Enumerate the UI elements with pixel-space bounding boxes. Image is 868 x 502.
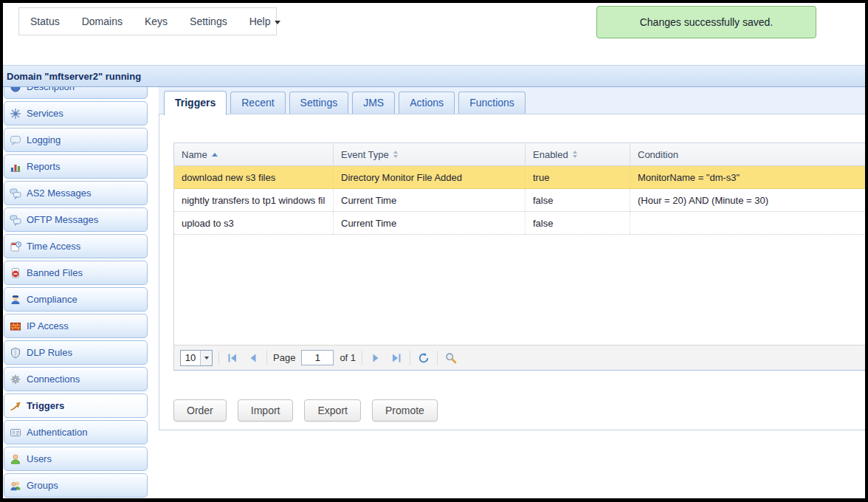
sort-asc-icon [212, 153, 218, 157]
tab-label: Settings [300, 97, 338, 109]
authentication-icon [10, 427, 21, 439]
sidebar-item-time-access[interactable]: Time Access [4, 234, 148, 258]
success-toast: Changes successfully saved. [596, 6, 816, 38]
tab-label: Triggers [175, 97, 216, 109]
tab-jms[interactable]: JMS [352, 92, 395, 114]
column-header-event-type[interactable]: Event Type [334, 143, 526, 165]
app-window: Status Domains Keys Settings Help Change… [3, 3, 865, 498]
promote-button[interactable]: Promote [372, 399, 438, 422]
tab-bar: Triggers Recent Settings JMS Actions Fun… [159, 87, 865, 114]
sidebar-item-triggers[interactable]: Triggers [4, 393, 148, 418]
order-button[interactable]: Order [173, 399, 227, 422]
groups-icon [10, 480, 21, 492]
divider [266, 351, 267, 365]
cell-name: download new s3 files [174, 166, 334, 188]
sort-both-icon [393, 151, 398, 158]
sidebar-item-groups[interactable]: Groups [4, 473, 148, 498]
sidebar-item-label: Banned Files [27, 267, 83, 278]
nav-status-label: Status [30, 16, 60, 27]
sidebar-item-users[interactable]: Users [4, 447, 148, 471]
nav-domains-label: Domains [82, 16, 123, 27]
sidebar-item-label: Services [27, 108, 63, 119]
nav-help-label: Help [249, 16, 271, 27]
column-label: Condition [638, 149, 678, 160]
cell-event-type: Directory Monitor File Added [334, 166, 526, 188]
sidebar-item-label: Description [27, 87, 75, 92]
sidebar-item-oftp-messages[interactable]: OFTP Messages [4, 207, 148, 232]
table-row[interactable]: upload to s3 Current Time false [174, 212, 865, 235]
table-empty-area [174, 235, 865, 345]
nav-settings-label: Settings [190, 16, 227, 27]
pagination-toolbar: 10 Page of 1 [174, 345, 865, 370]
triggers-table: Name Event Type Enabled Condition downlo… [173, 142, 865, 371]
first-page-button[interactable] [225, 351, 240, 365]
sidebar-item-label: AS2 Messages [27, 188, 91, 199]
sidebar-item-services[interactable]: Services [4, 101, 148, 126]
page-number-input[interactable] [301, 350, 334, 365]
as2-messages-icon [10, 188, 21, 199]
nav-settings[interactable]: Settings [179, 16, 238, 27]
previous-page-button[interactable] [246, 351, 261, 365]
cell-condition [630, 212, 865, 234]
logging-icon [10, 134, 21, 146]
sidebar-item-label: Users [27, 453, 52, 464]
tab-label: JMS [363, 97, 384, 109]
last-page-button[interactable] [389, 351, 404, 365]
divider [218, 351, 219, 365]
sidebar-item-label: DLP Rules [27, 347, 72, 358]
sidebar-item-connections[interactable]: Connections [4, 367, 148, 391]
column-header-name[interactable]: Name [174, 143, 334, 165]
sidebar-item-label: Reports [27, 161, 61, 172]
sidebar-item-logging[interactable]: Logging [4, 128, 148, 152]
page-size-select[interactable]: 10 [180, 350, 213, 366]
oftp-messages-icon [10, 214, 21, 226]
top-nav: Status Domains Keys Settings Help [18, 7, 277, 35]
table-header: Name Event Type Enabled Condition [174, 143, 865, 166]
page-label: Page [273, 352, 295, 363]
sidebar-item-dlp-rules[interactable]: DLP Rules [4, 340, 148, 365]
nav-domains[interactable]: Domains [71, 16, 134, 27]
refresh-button[interactable] [416, 351, 431, 365]
sidebar-item-description[interactable]: Description [4, 87, 148, 99]
tab-triggers[interactable]: Triggers [164, 91, 227, 115]
column-header-enabled[interactable]: Enabled [526, 143, 630, 165]
banned-files-icon [10, 267, 21, 279]
sort-both-icon [573, 151, 577, 158]
sidebar-item-label: OFTP Messages [27, 214, 98, 225]
nav-status[interactable]: Status [19, 16, 71, 27]
nav-keys-label: Keys [145, 16, 168, 27]
domain-status-bar: Domain "mftserver2" running [3, 65, 865, 87]
tab-actions[interactable]: Actions [399, 92, 455, 114]
sidebar-item-label: IP Access [27, 320, 69, 331]
sidebar-item-as2-messages[interactable]: AS2 Messages [4, 181, 148, 205]
tab-functions[interactable]: Functions [458, 92, 526, 114]
sidebar-item-banned-files[interactable]: Banned Files [4, 261, 148, 285]
cell-enabled: true [526, 166, 630, 188]
export-button[interactable]: Export [304, 399, 360, 422]
users-icon [10, 453, 21, 465]
tab-label: Functions [469, 97, 514, 109]
domain-status-text: Domain "mftserver2" running [7, 71, 141, 82]
next-page-button[interactable] [368, 351, 383, 365]
nav-help-menu[interactable]: Help [238, 16, 292, 27]
dlp-rules-icon [10, 347, 21, 359]
tab-recent[interactable]: Recent [230, 92, 285, 114]
sidebar-item-compliance[interactable]: Compliance [4, 287, 148, 312]
sidebar-item-ip-access[interactable]: IP Access [4, 314, 148, 338]
sidebar-item-label: Triggers [27, 400, 64, 411]
table-row[interactable]: nightly transfers to tp1 windows fil Cur… [174, 189, 865, 212]
sidebar-item-label: Connections [27, 374, 80, 385]
sidebar-item-label: Compliance [27, 294, 78, 305]
import-button[interactable]: Import [238, 399, 294, 422]
sidebar-item-label: Groups [27, 480, 58, 491]
nav-keys[interactable]: Keys [134, 16, 179, 27]
table-row[interactable]: download new s3 files Directory Monitor … [174, 166, 865, 189]
sidebar-item-reports[interactable]: Reports [4, 154, 148, 179]
sidebar-item-authentication[interactable]: Authentication [4, 420, 148, 444]
column-label: Enabled [533, 149, 568, 160]
column-header-condition[interactable]: Condition [630, 143, 865, 165]
search-button[interactable] [444, 351, 458, 365]
cell-condition: MonitorName = "dm-s3" [630, 166, 865, 188]
tab-settings[interactable]: Settings [289, 92, 349, 114]
reports-icon [10, 161, 21, 173]
